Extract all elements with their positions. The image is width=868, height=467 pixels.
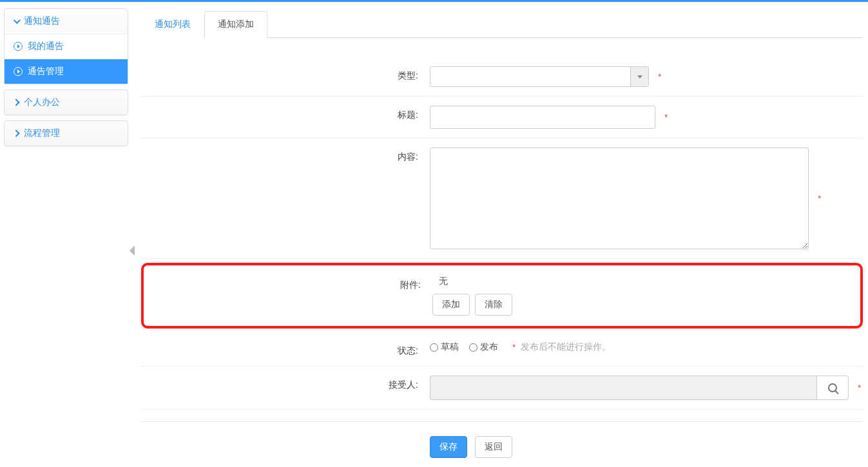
required-mark: * — [512, 342, 516, 352]
button-label: 返回 — [485, 441, 503, 452]
sidebar-section-personal[interactable]: 个人办公 — [5, 90, 128, 115]
tab-notice-list[interactable]: 通知列表 — [141, 11, 204, 38]
row-recipient: 接受人: * — [141, 367, 863, 410]
label-content: 内容: — [141, 148, 418, 163]
recipient-search-button[interactable] — [816, 376, 849, 400]
label-status: 状态: — [141, 341, 418, 357]
button-label: 清除 — [485, 299, 503, 309]
dropdown-arrow-icon — [630, 67, 648, 86]
sidebar-item-label: 通告管理 — [28, 66, 64, 77]
arrow-circle-icon — [14, 42, 23, 51]
sidebar-collapse-handle[interactable] — [130, 245, 135, 256]
tab-notice-add[interactable]: 通知添加 — [204, 11, 267, 38]
row-title: 标题: * — [141, 97, 863, 138]
sidebar-section-process[interactable]: 流程管理 — [5, 121, 128, 146]
main-content: 通知列表 通知添加 类型: * 标题: — [132, 2, 868, 467]
sidebar-section-notices[interactable]: 通知通告 — [5, 9, 128, 33]
row-type: 类型: * — [141, 57, 863, 97]
row-content: 内容: * — [141, 138, 863, 259]
highlight-attachment: 附件: 无 添加 清除 — [141, 263, 863, 329]
form: 类型: * 标题: * 内容: — [141, 38, 863, 458]
sidebar-panel-personal: 个人办公 — [4, 90, 128, 115]
title-input[interactable] — [430, 106, 655, 129]
recipient-group — [430, 376, 849, 400]
attachment-clear-button[interactable]: 清除 — [475, 294, 512, 316]
tab-label: 通知列表 — [155, 19, 191, 29]
sidebar-panel-process: 流程管理 — [4, 120, 128, 146]
sidebar-item-my-notices[interactable]: 我的通告 — [5, 34, 128, 59]
type-select[interactable] — [430, 66, 649, 87]
sidebar-item-notice-manage[interactable]: 通告管理 — [5, 59, 128, 84]
sidebar-panel-notices: 通知通告 我的通告 通告管理 — [4, 8, 128, 84]
required-mark: * — [818, 193, 821, 204]
back-button[interactable]: 返回 — [475, 436, 512, 458]
actions-row: 保存 返回 — [141, 421, 863, 458]
row-status: 状态: 草稿 发布 * 发布后不能进行操作。 — [141, 332, 863, 367]
radio-label-text: 草稿 — [441, 341, 459, 353]
status-hint: 发布后不能进行操作。 — [521, 341, 611, 353]
save-button[interactable]: 保存 — [430, 436, 467, 458]
sidebar-section-label: 通知通告 — [24, 15, 60, 27]
attachment-value: 无 — [432, 276, 860, 287]
status-publish-radio[interactable]: 发布 — [469, 341, 498, 353]
button-label: 保存 — [439, 441, 458, 452]
layout: 通知通告 我的通告 通告管理 个人办公 流程管理 — [0, 2, 868, 467]
sidebar-subitems: 我的通告 通告管理 — [5, 33, 128, 84]
tab-label: 通知添加 — [218, 19, 254, 29]
arrow-circle-icon — [14, 67, 23, 76]
chevron-right-icon — [12, 129, 19, 137]
sidebar-item-label: 流程管理 — [24, 128, 60, 139]
required-mark: * — [858, 383, 861, 393]
sidebar-item-label: 我的通告 — [28, 41, 64, 52]
search-icon — [828, 383, 837, 392]
sidebar: 通知通告 我的通告 通告管理 个人办公 流程管理 — [0, 2, 132, 467]
recipient-input[interactable] — [430, 376, 816, 400]
required-mark: * — [664, 112, 668, 122]
radio-input[interactable] — [430, 343, 438, 352]
status-draft-radio[interactable]: 草稿 — [430, 341, 459, 353]
label-recipient: 接受人: — [141, 376, 418, 391]
required-mark: * — [658, 71, 661, 82]
radio-label-text: 发布 — [480, 341, 498, 353]
button-label: 添加 — [442, 299, 460, 309]
chevron-right-icon — [12, 99, 19, 106]
label-type: 类型: — [141, 66, 418, 82]
attachment-add-button[interactable]: 添加 — [432, 294, 470, 316]
content-textarea[interactable] — [430, 148, 809, 249]
label-attachment: 附件: — [144, 276, 421, 316]
radio-input[interactable] — [469, 343, 477, 352]
chevron-down-icon — [14, 17, 21, 24]
tabs: 通知列表 通知添加 — [141, 11, 863, 38]
label-title: 标题: — [141, 106, 418, 121]
sidebar-item-label: 个人办公 — [24, 97, 60, 108]
